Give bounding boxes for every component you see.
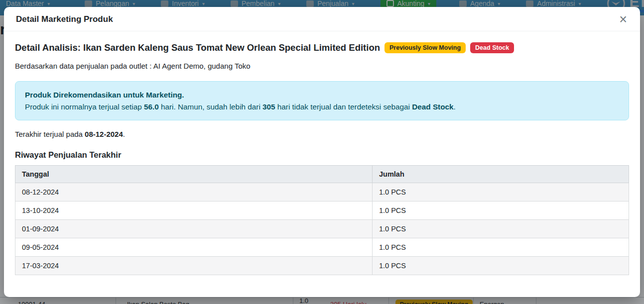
tanggal-cell: 08-12-2024 (15, 183, 373, 202)
sales-history-table: Tanggal Jumlah 08-12-2024 1.0 PCS 13-10-… (15, 165, 629, 275)
modal-header: Detail Marketing Produk × (4, 7, 640, 31)
analysis-heading: Detail Analisis: Ikan Sarden Kaleng Saus… (15, 42, 380, 53)
tanggal-cell: 17-03-2024 (15, 257, 373, 275)
table-row: 09-05-2024 1.0 PCS (15, 238, 629, 257)
outlet-subtitle: Berdasarkan data penjualan pada outlet :… (15, 62, 629, 70)
tanggal-cell: 13-10-2024 (15, 202, 373, 220)
tanggal-cell: 09-05-2024 (15, 238, 373, 257)
detail-marketing-modal: Detail Marketing Produk × Detail Analisi… (4, 7, 640, 297)
marketing-recommendation-alert: Produk Direkomendasikan untuk Marketing.… (15, 81, 629, 120)
jumlah-cell: 1.0 PCS (373, 257, 629, 275)
column-header-jumlah: Jumlah (373, 166, 629, 183)
days-not-sold-value: 305 (262, 102, 275, 111)
badge-previously-slow-moving: Previously Slow Moving (385, 42, 466, 53)
last-sold-line: Terakhir terjual pada 08-12-2024. (15, 130, 629, 138)
table-row: 17-03-2024 1.0 PCS (15, 257, 629, 275)
column-header-tanggal: Tanggal (15, 166, 373, 183)
dead-stock-label: Dead Stock (412, 102, 453, 111)
history-title: Riwayat Penjualan Terakhir (15, 150, 629, 160)
interval-days-value: 56.0 (144, 102, 159, 111)
alert-body: Produk ini normalnya terjual setiap 56.0… (25, 101, 619, 113)
close-icon[interactable]: × (618, 14, 628, 24)
table-row: 13-10-2024 1.0 PCS (15, 202, 629, 220)
table-row: 08-12-2024 1.0 PCS (15, 183, 629, 202)
last-sold-date: 08-12-2024 (85, 130, 123, 138)
jumlah-cell: 1.0 PCS (373, 202, 629, 220)
modal-title: Detail Marketing Produk (16, 14, 113, 24)
tanggal-cell: 01-09-2024 (15, 220, 373, 238)
table-header-row: Tanggal Jumlah (15, 166, 629, 183)
badge-dead-stock: Dead Stock (470, 42, 514, 53)
alert-title: Produk Direkomendasikan untuk Marketing. (25, 89, 619, 101)
table-row: 01-09-2024 1.0 PCS (15, 220, 629, 238)
jumlah-cell: 1.0 PCS (373, 183, 629, 202)
jumlah-cell: 1.0 PCS (373, 238, 629, 257)
modal-body: Detail Analisis: Ikan Sarden Kaleng Saus… (4, 31, 640, 275)
jumlah-cell: 1.0 PCS (373, 220, 629, 238)
